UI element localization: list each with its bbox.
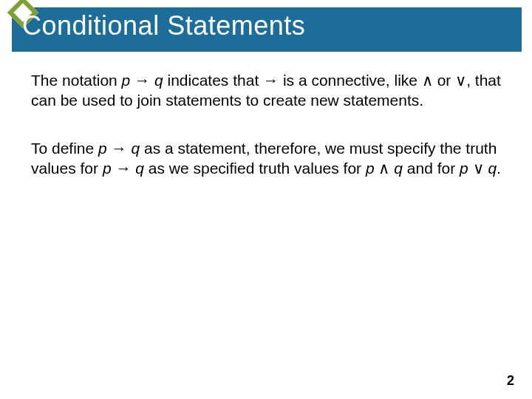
arrow-icon: →	[112, 160, 136, 177]
paragraph-2: To define p → q as a statement, therefor…	[31, 139, 501, 179]
text: as we specified truth values for	[144, 160, 366, 177]
text: The notation	[31, 72, 122, 89]
var-p: p	[122, 72, 131, 89]
var-q: q	[488, 160, 497, 177]
or-icon: ∨	[455, 72, 466, 89]
var-q: q	[131, 140, 140, 157]
text: To define	[31, 140, 98, 157]
var-p: p	[98, 140, 107, 157]
text: .	[497, 160, 501, 177]
var-q: q	[135, 160, 144, 177]
var-p: p	[103, 160, 112, 177]
text: and for	[403, 160, 460, 177]
arrow-icon: →	[130, 72, 154, 89]
slide: Conditional Statements The notation p → …	[0, 0, 532, 399]
paragraph-1: The notation p → q indicates that → is a…	[31, 71, 501, 111]
var-p: p	[366, 160, 375, 177]
and-icon: ∧	[378, 160, 389, 177]
slide-title: Conditional Statements	[22, 10, 305, 41]
text: or	[433, 72, 455, 89]
var-q: q	[394, 160, 403, 177]
and-icon: ∧	[422, 72, 433, 89]
or-icon: ∨	[473, 160, 484, 177]
var-q: q	[154, 72, 163, 89]
page-number: 2	[507, 373, 514, 389]
text: indicates that → is a connective, like	[163, 72, 422, 89]
body-text: The notation p → q indicates that → is a…	[31, 71, 501, 179]
var-p: p	[460, 160, 468, 177]
arrow-icon: →	[107, 140, 132, 157]
